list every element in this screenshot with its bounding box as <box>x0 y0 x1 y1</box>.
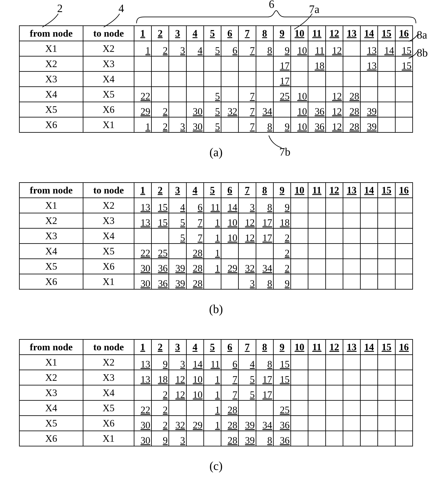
slot-header: 1 <box>134 26 151 41</box>
slot-cell: 12 <box>325 117 343 133</box>
slot-header: 11 <box>308 340 325 355</box>
slot-cell: 1 <box>204 213 221 228</box>
from-node-cell: X3 <box>19 385 83 400</box>
slot-cell: 3 <box>169 117 186 133</box>
slot-cell <box>325 198 343 213</box>
slot-cell <box>291 228 308 244</box>
slot-cell: 10 <box>221 228 239 244</box>
slot-cell: 17 <box>256 370 273 385</box>
slot-cell <box>204 56 221 72</box>
slot-cell <box>152 228 169 244</box>
slot-cell: 7 <box>221 385 239 400</box>
slot-cell <box>308 370 325 385</box>
slot-cell: 30 <box>186 117 204 133</box>
table-header: from node to node 1 2 3 4 5 6 7 8 9 10 1… <box>19 183 413 198</box>
slot-header: 4 <box>186 26 204 41</box>
annotations-top: 2 4 7a 6 <box>19 2 413 25</box>
from-node-cell: X6 <box>19 274 83 289</box>
slot-cell: 13 <box>360 41 378 56</box>
slot-cell <box>395 370 413 385</box>
callout-label-4: 4 <box>118 2 124 15</box>
slot-cell: 14 <box>186 355 204 370</box>
slot-cell: 15 <box>152 198 169 213</box>
slot-cell: 7 <box>239 87 256 102</box>
to-node-cell: X5 <box>83 244 134 259</box>
slot-cell: 17 <box>273 72 291 87</box>
slot-cell <box>395 102 413 117</box>
slot-header: 1 <box>134 183 151 198</box>
slot-cell <box>378 355 395 370</box>
slot-header: 5 <box>204 183 221 198</box>
table-row: X6X130363928389 <box>19 274 413 289</box>
from-node-cell: X5 <box>19 102 83 117</box>
slot-cell <box>325 274 343 289</box>
slot-cell: 2 <box>152 385 169 400</box>
slot-cell: 7 <box>186 213 204 228</box>
slot-cell: 7 <box>186 228 204 244</box>
slot-cell <box>343 416 360 431</box>
slot-header: 12 <box>325 183 343 198</box>
slot-cell: 2 <box>273 228 291 244</box>
slot-cell: 13 <box>134 213 151 228</box>
slot-cell <box>134 56 151 72</box>
slot-cell <box>395 259 413 274</box>
slot-cell: 5 <box>239 385 256 400</box>
slot-cell <box>291 259 308 274</box>
slot-cell <box>378 102 395 117</box>
slot-cell: 8 <box>256 198 273 213</box>
annotations-right: 8a 8b <box>411 27 432 74</box>
slot-cell: 7 <box>239 41 256 56</box>
slot-cell <box>169 56 186 72</box>
slot-cell: 29 <box>186 416 204 431</box>
slot-cell: 28 <box>186 244 204 259</box>
slot-cell: 11 <box>204 355 221 370</box>
slot-cell: 7 <box>239 102 256 117</box>
slot-cell: 29 <box>221 259 239 274</box>
slot-cell <box>186 431 204 446</box>
caption-a: (a) <box>19 145 413 159</box>
slot-cell: 18 <box>152 370 169 385</box>
slot-cell: 39 <box>239 416 256 431</box>
slot-cell <box>360 259 378 274</box>
col-header-from: from node <box>19 340 83 355</box>
slot-cell <box>343 259 360 274</box>
callout-leader-4 <box>104 4 127 27</box>
to-node-cell: X1 <box>83 274 134 289</box>
slot-cell: 15 <box>395 56 413 72</box>
slot-cell: 10 <box>291 117 308 133</box>
routing-table-c: from node to node 1 2 3 4 5 6 7 8 9 10 1… <box>19 339 413 446</box>
slot-header: 14 <box>360 26 378 41</box>
slot-cell: 6 <box>186 198 204 213</box>
slot-cell: 10 <box>221 213 239 228</box>
slot-cell: 13 <box>134 370 151 385</box>
slot-cell: 34 <box>256 416 273 431</box>
to-node-cell: X5 <box>83 400 134 416</box>
slot-cell <box>291 213 308 228</box>
slot-header: 5 <box>204 26 221 41</box>
from-node-cell: X6 <box>19 431 83 446</box>
slot-header: 9 <box>273 340 291 355</box>
slot-header: 15 <box>378 183 395 198</box>
slot-header: 3 <box>169 340 186 355</box>
slot-cell <box>343 431 360 446</box>
slot-header: 5 <box>204 340 221 355</box>
slot-header: 14 <box>360 183 378 198</box>
slot-cell <box>325 370 343 385</box>
slot-cell <box>343 400 360 416</box>
slot-cell <box>343 370 360 385</box>
from-node-cell: X4 <box>19 87 83 102</box>
table-block-a: 2 4 7a 6 <box>19 25 413 159</box>
from-node-cell: X3 <box>19 228 83 244</box>
slot-cell <box>169 87 186 102</box>
slot-cell <box>291 370 308 385</box>
slot-cell: 12 <box>325 102 343 117</box>
slot-header: 11 <box>308 183 325 198</box>
slot-cell: 8 <box>256 41 273 56</box>
callout-leader-2 <box>42 4 66 27</box>
slot-cell: 28 <box>343 117 360 133</box>
slot-cell <box>291 244 308 259</box>
from-node-cell: X1 <box>19 355 83 370</box>
slot-header: 3 <box>169 26 186 41</box>
slot-cell: 12 <box>325 41 343 56</box>
slot-header: 10 <box>291 26 308 41</box>
